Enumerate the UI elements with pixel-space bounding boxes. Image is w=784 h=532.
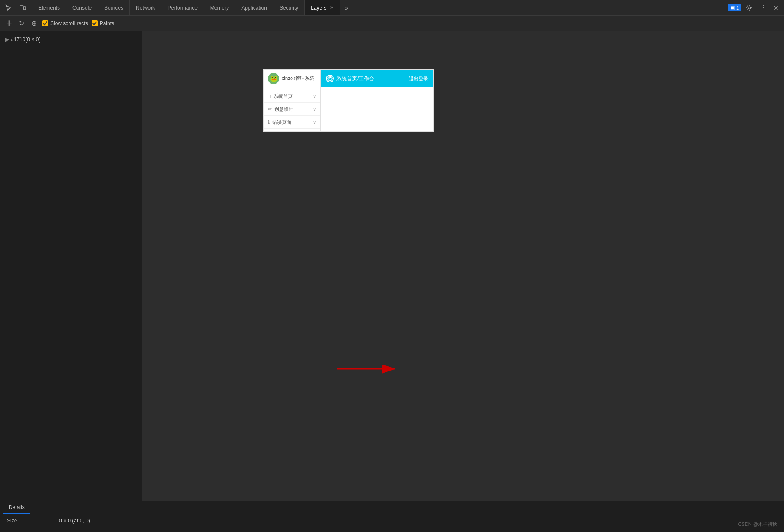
menu-item-left-2: ℹ 错误页面 bbox=[268, 119, 291, 125]
app-menu: □ 系统首页 ∨ ✏ 创意设计 ∨ ℹ bbox=[264, 87, 320, 131]
paints-checkbox-container[interactable]: Paints bbox=[92, 20, 114, 26]
tab-elements[interactable]: Elements bbox=[32, 0, 66, 15]
watermark: CSDN @木子初秋 bbox=[738, 521, 777, 528]
paints-checkbox[interactable] bbox=[92, 20, 98, 26]
device-toolbar-button[interactable] bbox=[16, 3, 29, 13]
bottom-section: Details Size 0 × 0 (at 0, 0) CSDN @木子初秋 bbox=[0, 501, 784, 532]
red-arrow-annotation bbox=[333, 360, 402, 378]
menu-arrow-2: ∨ bbox=[313, 120, 316, 125]
app-body bbox=[321, 87, 433, 131]
tab-console[interactable]: Console bbox=[66, 0, 98, 15]
details-tab-label: Details bbox=[9, 504, 25, 510]
tabs-container: Elements Console Sources Network Perform… bbox=[32, 0, 728, 15]
app-menu-item-1[interactable]: ✏ 创意设计 ∨ bbox=[264, 103, 320, 116]
more-tabs-button[interactable]: » bbox=[342, 3, 351, 13]
menu-item-left-1: ✏ 创意设计 bbox=[268, 106, 293, 112]
close-tab-icon[interactable]: ✕ bbox=[330, 5, 334, 10]
tab-memory[interactable]: Memory bbox=[204, 0, 235, 15]
rotate-icon[interactable]: ↻ bbox=[17, 17, 26, 29]
menu-label-0: 系统首页 bbox=[273, 93, 293, 99]
select-element-button[interactable] bbox=[3, 3, 15, 13]
settings-button[interactable] bbox=[743, 3, 755, 13]
app-title: xinzの管理系统 bbox=[282, 75, 314, 82]
details-tab[interactable]: Details bbox=[3, 501, 30, 514]
app-header-icon bbox=[326, 75, 334, 82]
app-logout-button[interactable]: 退出登录 bbox=[409, 76, 428, 82]
paints-label: Paints bbox=[100, 20, 114, 26]
issues-count: 1 bbox=[736, 5, 739, 10]
tab-network[interactable]: Network bbox=[130, 0, 161, 15]
app-menu-item-0[interactable]: □ 系统首页 ∨ bbox=[264, 90, 320, 103]
tab-performance[interactable]: Performance bbox=[161, 0, 204, 15]
tree-item-label: #1710(0 × 0) bbox=[11, 36, 40, 43]
menu-icon-0: □ bbox=[268, 94, 271, 99]
tree-arrow-icon: ▶ bbox=[5, 36, 9, 43]
menu-arrow-1: ∨ bbox=[313, 107, 316, 112]
details-size-value: 0 × 0 (at 0, 0) bbox=[59, 518, 90, 524]
details-size-label: Size bbox=[7, 518, 59, 524]
tab-bar: Elements Console Sources Network Perform… bbox=[0, 0, 784, 16]
issues-icon: ▣ bbox=[730, 5, 735, 10]
layer-tree-panel: ▶ #1710(0 × 0) bbox=[0, 31, 142, 501]
app-main: 系统首页/工作台 退出登录 bbox=[321, 69, 434, 132]
menu-icon-1: ✏ bbox=[268, 106, 272, 112]
slow-scroll-label: Slow scroll rects bbox=[50, 20, 88, 26]
svg-rect-1 bbox=[24, 7, 26, 10]
app-logo-emoji: 🐸 bbox=[270, 75, 277, 82]
app-header: 系统首页/工作台 退出登录 bbox=[321, 70, 433, 87]
app-preview: 🐸 xinzの管理系统 □ 系统首页 ∨ ✏ bbox=[263, 69, 434, 132]
menu-label-1: 创意设计 bbox=[274, 106, 293, 112]
slow-scroll-checkbox-container[interactable]: Slow scroll rects bbox=[42, 20, 88, 26]
tree-item-root[interactable]: ▶ #1710(0 × 0) bbox=[0, 35, 142, 44]
app-sidebar: 🐸 xinzの管理系统 □ 系统首页 ∨ ✏ bbox=[263, 69, 321, 132]
issues-badge[interactable]: ▣ 1 bbox=[728, 4, 741, 11]
more-options-button[interactable]: ⋮ bbox=[757, 2, 769, 13]
menu-label-2: 错误页面 bbox=[272, 119, 291, 125]
menu-arrow-0: ∨ bbox=[313, 94, 316, 99]
details-tab-bar: Details bbox=[0, 501, 784, 514]
tab-bar-right-controls: ▣ 1 ⋮ ✕ bbox=[728, 2, 781, 13]
close-devtools-button[interactable]: ✕ bbox=[771, 3, 781, 13]
devtools-left-icons bbox=[3, 3, 29, 13]
app-logo-bar: 🐸 xinzの管理系统 bbox=[264, 70, 320, 87]
tab-application[interactable]: Application bbox=[235, 0, 273, 15]
slow-scroll-checkbox[interactable] bbox=[42, 20, 48, 26]
svg-point-2 bbox=[748, 7, 751, 9]
main-content: ▶ #1710(0 × 0) 🐸 xinzの管理系统 □ 系 bbox=[0, 31, 784, 501]
tab-security[interactable]: Security bbox=[273, 0, 305, 15]
tab-sources[interactable]: Sources bbox=[98, 0, 130, 15]
pan-icon[interactable]: ✛ bbox=[4, 17, 13, 29]
layers-canvas: 🐸 xinzの管理系统 □ 系统首页 ∨ ✏ bbox=[142, 31, 784, 501]
move-icon[interactable]: ⊕ bbox=[30, 17, 39, 29]
tab-layers[interactable]: Layers ✕ bbox=[305, 0, 340, 15]
app-logo: 🐸 bbox=[268, 73, 279, 84]
menu-icon-2: ℹ bbox=[268, 119, 270, 125]
menu-item-left-0: □ 系统首页 bbox=[268, 93, 293, 99]
app-header-title-area: 系统首页/工作台 bbox=[326, 75, 374, 82]
layers-toolbar: ✛ ↻ ⊕ Slow scroll rects Paints bbox=[0, 16, 784, 31]
svg-rect-0 bbox=[20, 6, 23, 10]
details-size-row: Size 0 × 0 (at 0, 0) bbox=[0, 514, 784, 527]
app-header-title-text: 系统首页/工作台 bbox=[336, 75, 374, 82]
app-menu-item-2[interactable]: ℹ 错误页面 ∨ bbox=[264, 116, 320, 129]
